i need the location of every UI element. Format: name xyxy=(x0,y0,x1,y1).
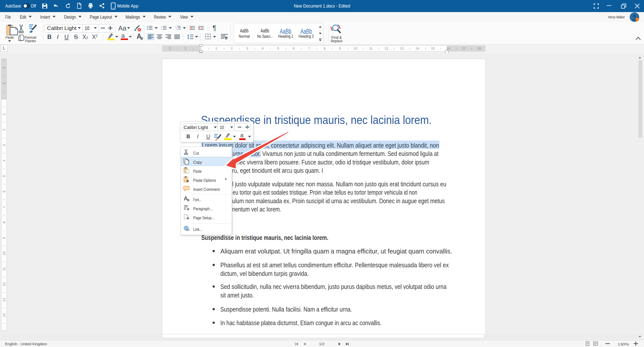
svg-text:3: 3 xyxy=(177,29,178,30)
svg-text:3: 3 xyxy=(161,29,162,30)
